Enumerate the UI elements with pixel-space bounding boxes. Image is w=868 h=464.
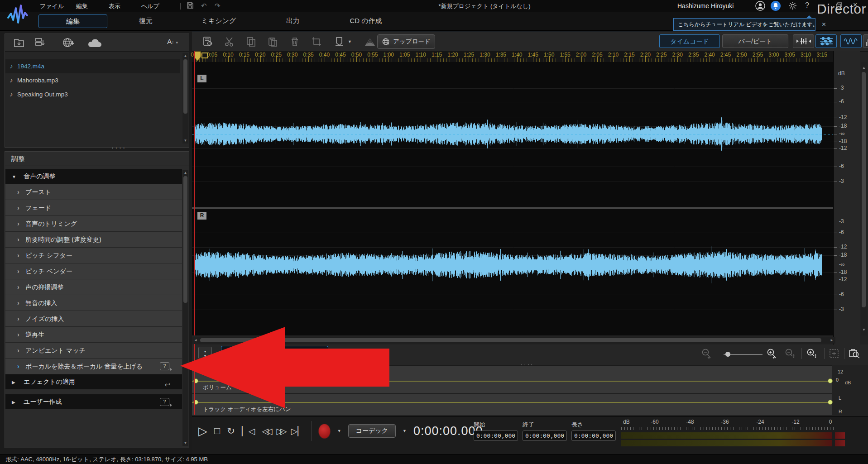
- paste-icon[interactable]: [267, 36, 279, 48]
- pan-keyframe-line[interactable]: [192, 402, 830, 403]
- help-badge[interactable]: ?: [160, 398, 169, 406]
- timecode-toggle[interactable]: タイムコード: [659, 34, 720, 48]
- clip-indicator-left[interactable]: [835, 432, 845, 439]
- adjust-item[interactable]: ›音声のトリミング: [5, 216, 182, 232]
- upload-button[interactable]: アップロード: [377, 34, 435, 49]
- adjust-item[interactable]: ›フェード: [5, 200, 182, 216]
- adjust-item[interactable]: ›ピッチ シフター: [5, 248, 182, 263]
- tooltip-close-icon[interactable]: ✕: [818, 21, 830, 28]
- go-to-end-button[interactable]: ▷▏: [291, 426, 304, 436]
- adjust-item[interactable]: ›無音の挿入: [5, 295, 182, 311]
- waveform-horizontal-scrollbar[interactable]: ◄ ►: [192, 337, 835, 344]
- waveform-view-icon[interactable]: [840, 34, 862, 48]
- tab-編集[interactable]: 編集: [38, 14, 107, 28]
- surround-icon[interactable]: [363, 36, 377, 48]
- timeline-tick: [485, 57, 485, 62]
- reset-icon[interactable]: ↩: [164, 377, 170, 392]
- zoom-slider-knob[interactable]: [725, 352, 730, 357]
- codec-caret-icon[interactable]: ▼: [403, 429, 407, 433]
- stop-button[interactable]: □: [214, 425, 220, 437]
- marker-icon[interactable]: [334, 36, 344, 48]
- tab-復元[interactable]: 復元: [112, 14, 180, 27]
- adjust-item[interactable]: ›所要時間の調整 (速度変更): [5, 232, 182, 248]
- codec-button[interactable]: コーデック: [348, 424, 396, 438]
- loop-button[interactable]: ↻: [227, 426, 235, 436]
- redo-icon[interactable]: ↷: [215, 2, 221, 10]
- menu-2[interactable]: 表示: [109, 2, 120, 10]
- zoom-out-horizontal-icon[interactable]: [701, 348, 713, 359]
- undo-icon[interactable]: ↶: [201, 2, 207, 10]
- section-audio-adjust[interactable]: ▼ 音声の調整: [5, 169, 182, 184]
- delete-icon[interactable]: [289, 36, 301, 48]
- adjust-scrollbar[interactable]: ▲ ▼: [182, 170, 188, 446]
- timeline-ruler[interactable]: 0:000:050:100:150:200:250:300:350:400:45…: [192, 51, 835, 62]
- zoom-out-vertical-icon[interactable]: [784, 348, 795, 359]
- volume-keyframe-dot[interactable]: [828, 378, 833, 383]
- spectrum-view-icon[interactable]: [863, 34, 868, 48]
- tab-出力[interactable]: 出力: [259, 14, 327, 27]
- section-apply-effects[interactable]: ▶ エフェクトの適用 ↩: [5, 374, 182, 389]
- adjust-item[interactable]: ›逆再生: [5, 327, 182, 343]
- pan-keyframe-dot[interactable]: [828, 400, 833, 405]
- save-icon[interactable]: [187, 2, 194, 9]
- pan-track[interactable]: トラック オーディオを左右にパン: [192, 393, 832, 415]
- keyframe-view-icon[interactable]: [815, 34, 837, 48]
- go-to-start-button[interactable]: ▏◁: [242, 426, 255, 436]
- adjust-item[interactable]: ›アンビエント マッチ: [5, 343, 182, 359]
- file-row[interactable]: ♪Speaking Out.mp3: [5, 87, 180, 101]
- adjust-item[interactable]: ›ノイズの挿入: [5, 311, 182, 327]
- record-caret-icon[interactable]: ▼: [337, 429, 341, 433]
- adjust-item[interactable]: ›ブースト: [5, 184, 182, 200]
- timeline-tick: [710, 57, 710, 62]
- timeline-tick: [694, 57, 694, 62]
- file-row[interactable]: ♪Mahoroba.mp3: [5, 73, 180, 87]
- waveform-display[interactable]: L R: [192, 62, 835, 335]
- cut-icon[interactable]: [224, 36, 235, 48]
- library-scrollbar[interactable]: ▲ ▼: [182, 53, 188, 144]
- transport-bar: ▷ □ ↻ ▏◁ ◁◁ ▷▷ ▷▏ ▼ コーデック ▼ 0:00:00.000 …: [192, 416, 868, 454]
- user-name[interactable]: Hashizume Hiroyuki: [677, 2, 734, 10]
- menu-1[interactable]: 編集: [76, 2, 88, 10]
- waveform-vertical-scrollbar[interactable]: ▲ ▼: [861, 62, 867, 335]
- settings-gear-icon[interactable]: [788, 1, 797, 10]
- fast-forward-button[interactable]: ▷▷: [276, 426, 284, 436]
- play-button[interactable]: ▷: [198, 424, 207, 438]
- tab-ミキシング[interactable]: ミキシング: [185, 14, 253, 27]
- playhead-marker-icon[interactable]: [194, 51, 210, 62]
- notification-bell-icon[interactable]: [771, 1, 781, 11]
- zoom-in-vertical-icon[interactable]: [806, 348, 817, 359]
- record-button[interactable]: [318, 424, 331, 439]
- zoom-select-icon[interactable]: [849, 348, 860, 359]
- range-field-value[interactable]: 0:00:00,000: [523, 431, 567, 441]
- import-playlist-icon[interactable]: [34, 37, 46, 48]
- tab-CD の作成[interactable]: CD の作成: [332, 14, 400, 27]
- import-file-icon[interactable]: [13, 37, 25, 48]
- rewind-button[interactable]: ◁◁: [262, 426, 269, 436]
- stretch-view-icon[interactable]: [793, 34, 814, 48]
- menu-0[interactable]: ファイル: [40, 2, 64, 10]
- help-icon[interactable]: ?: [805, 1, 809, 10]
- adjust-item[interactable]: ›ボーカルを除去＆ボーカル 音量を上げる?: [5, 359, 182, 374]
- fit-view-icon[interactable]: [829, 348, 839, 359]
- menu-3[interactable]: ヘルプ: [141, 2, 159, 10]
- copy-icon[interactable]: [245, 36, 257, 48]
- range-field-value[interactable]: 0:00:00,000: [571, 431, 616, 441]
- cloud-icon[interactable]: [87, 38, 103, 48]
- text-size-tool[interactable]: A↑ ▾: [167, 38, 178, 45]
- range-field-value[interactable]: 0:00:00,000: [474, 431, 518, 441]
- section-user-created[interactable]: ▶ ユーザー作成 ?: [5, 394, 182, 409]
- help-badge[interactable]: ?: [160, 362, 169, 370]
- file-row[interactable]: ♪1942.m4a: [5, 59, 180, 73]
- trim-icon[interactable]: [311, 36, 322, 48]
- playhead-line[interactable]: [194, 51, 195, 335]
- adjust-item[interactable]: ›ピッチ ベンダー: [5, 263, 182, 279]
- brand-wordmark: Director: [817, 1, 866, 17]
- account-icon[interactable]: [755, 1, 765, 11]
- marker-caret-icon[interactable]: ▼: [348, 39, 352, 44]
- clip-indicator-right[interactable]: [835, 440, 845, 446]
- zoom-in-horizontal-icon[interactable]: [766, 348, 778, 359]
- download-from-web-icon[interactable]: [62, 37, 75, 48]
- bar-beat-toggle[interactable]: バー/ビート: [722, 34, 788, 48]
- properties-icon[interactable]: [202, 36, 214, 48]
- adjust-item[interactable]: ›声の抑揚調整: [5, 279, 182, 295]
